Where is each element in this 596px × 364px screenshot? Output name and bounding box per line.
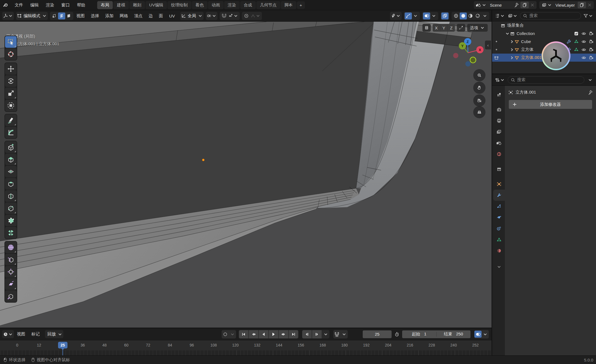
scene-name[interactable]: Scene — [488, 1, 512, 9]
tool-smooth[interactable] — [5, 242, 17, 253]
menu-帮助[interactable]: 帮助 — [73, 0, 89, 10]
menu-渲染[interactable]: 渲染 — [42, 0, 58, 10]
pivot-dropdown[interactable] — [206, 12, 217, 20]
properties-editor-type-icon[interactable] — [494, 76, 505, 83]
shade-render-button[interactable] — [474, 12, 481, 19]
stopwatch-icon[interactable] — [393, 331, 400, 338]
chevron-down-icon[interactable] — [505, 31, 510, 36]
ortho-grid-icon[interactable] — [473, 106, 485, 118]
jump-start-button[interactable] — [239, 330, 248, 338]
axis-button-z[interactable]: Z — [448, 24, 455, 32]
orientation-dropdown[interactable]: 全局 — [180, 12, 204, 20]
camera-restrict-icon[interactable] — [589, 39, 594, 44]
tool-cursor-3d[interactable] — [5, 48, 17, 60]
tool-shear[interactable] — [5, 278, 17, 290]
snap-toggle[interactable] — [221, 12, 228, 19]
sidebar-collapse-icon[interactable]: ‹ — [485, 41, 491, 49]
tab-constraints[interactable] — [493, 223, 505, 234]
new-scene-button[interactable] — [520, 2, 529, 8]
eye-icon[interactable] — [581, 39, 586, 44]
timeline-overlay-dropdown[interactable] — [482, 331, 489, 338]
add-modifier-button[interactable]: 添加修改器 — [509, 100, 592, 109]
outliner-item-label[interactable]: 立方体.001 — [521, 55, 542, 60]
shade-wire-button[interactable] — [452, 12, 460, 19]
tool-bevel[interactable] — [5, 178, 17, 190]
tool-edge-slide[interactable] — [5, 254, 17, 265]
workspace-tab[interactable]: 几何节点 — [256, 1, 280, 9]
new-viewlayer-button[interactable] — [578, 2, 586, 8]
camera-restrict-icon[interactable] — [589, 55, 594, 60]
scene-selector[interactable]: Scene — [474, 1, 537, 9]
viewlayer-selector[interactable]: ViewLayer — [539, 1, 594, 9]
viewlayer-name[interactable]: ViewLayer — [554, 1, 578, 9]
tool-scale[interactable] — [5, 87, 17, 99]
timeline-snap-toggle[interactable] — [333, 331, 340, 338]
tool-inset[interactable] — [5, 166, 17, 177]
mirror-icon[interactable] — [422, 24, 431, 32]
workspace-tab[interactable]: UV编辑 — [146, 1, 167, 9]
workspace-tab[interactable]: 建模 — [113, 1, 129, 9]
viewport-menu-UV[interactable]: UV — [166, 10, 178, 21]
current-frame-field[interactable]: 25 — [363, 330, 392, 338]
camera-restrict-icon[interactable] — [589, 31, 594, 36]
tool-annotate[interactable] — [5, 114, 17, 126]
viewport-menu-添加[interactable]: 添加 — [102, 10, 117, 21]
viewport-menu-边[interactable]: 边 — [146, 10, 156, 21]
properties-options-chevron-icon[interactable] — [587, 76, 594, 83]
mode-dropdown[interactable]: 编辑模式 — [16, 12, 48, 20]
camera-view-icon[interactable] — [473, 94, 485, 107]
tab-scene[interactable] — [493, 137, 505, 149]
overlays-dropdown[interactable] — [430, 12, 437, 19]
gizmo-dropdown[interactable] — [412, 12, 419, 19]
chevron-right-icon[interactable] — [509, 39, 514, 44]
workspace-tab[interactable]: 雕刻 — [129, 1, 145, 9]
tab-data[interactable] — [493, 234, 505, 245]
blender-logo-icon[interactable] — [0, 2, 11, 7]
viewport-menu-网格[interactable]: 网格 — [117, 10, 131, 21]
remove-viewlayer-button[interactable] — [586, 2, 593, 7]
axis-button-x[interactable]: X — [433, 24, 440, 32]
unlink-scene-button[interactable] — [529, 2, 536, 7]
face-mode-button[interactable] — [65, 12, 72, 19]
autokey-record-toggle[interactable] — [222, 331, 229, 338]
pin-icon[interactable] — [512, 1, 520, 9]
workspace-tab[interactable]: 布局 — [97, 1, 113, 9]
pin-icon[interactable] — [588, 90, 593, 95]
shade-material-button[interactable] — [467, 12, 474, 19]
timeline-menu-标记[interactable]: 标记 — [28, 328, 43, 340]
jump-end-button[interactable] — [289, 330, 298, 338]
shading-dropdown[interactable] — [481, 12, 489, 19]
outliner-filter-view-icon[interactable] — [507, 12, 518, 19]
menu-窗口[interactable]: 窗口 — [58, 0, 73, 10]
tab-collection[interactable] — [493, 164, 505, 175]
eye-icon[interactable] — [581, 47, 586, 52]
tool-poly-build[interactable] — [5, 215, 17, 226]
timeline-overlay-toggle[interactable] — [474, 331, 482, 338]
frame-step-dropdown[interactable] — [322, 331, 329, 338]
tool-knife[interactable] — [5, 202, 17, 214]
editor-type-button[interactable] — [2, 12, 14, 20]
workspace-tab[interactable]: 动画 — [208, 1, 224, 9]
outliner-row[interactable]: Cube — [492, 37, 596, 46]
gizmo-toggle[interactable] — [405, 12, 412, 19]
workspace-tab[interactable]: 合成 — [240, 1, 256, 9]
tool-move[interactable] — [5, 63, 17, 75]
scene-type-icon[interactable] — [474, 1, 488, 9]
playback-dropdown[interactable]: 回放 — [45, 330, 63, 338]
outliner-row[interactable]: 立方体.001 — [492, 54, 596, 62]
tool-rip-region[interactable] — [5, 290, 17, 302]
outliner-search-input[interactable]: 搜索 — [520, 12, 581, 19]
tool-transform[interactable] — [5, 100, 17, 111]
camera-restrict-icon[interactable] — [589, 47, 594, 52]
vertex-mode-button[interactable] — [51, 12, 58, 19]
outliner-item-label[interactable]: Cube — [521, 39, 531, 44]
edge-mode-button[interactable] — [58, 12, 65, 19]
outliner-item-label[interactable]: 场景集合 — [507, 23, 524, 28]
frame-back-button[interactable] — [302, 330, 312, 338]
chevron-right-icon[interactable] — [509, 55, 514, 60]
key-prev-button[interactable] — [249, 330, 258, 338]
visibility-dropdown[interactable] — [390, 12, 402, 20]
pan-hand-icon[interactable] — [473, 82, 485, 94]
tool-add-cube[interactable] — [5, 141, 17, 153]
workspace-tab[interactable]: 着色 — [192, 1, 207, 9]
